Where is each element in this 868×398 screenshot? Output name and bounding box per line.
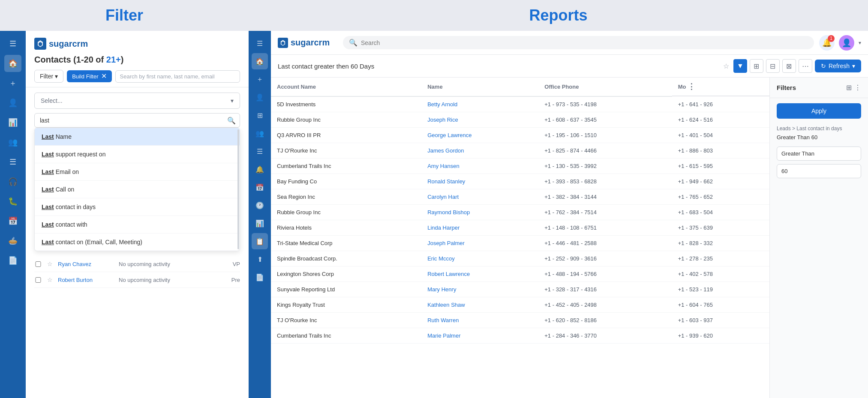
- contact-name-0[interactable]: Ryan Chavez: [58, 261, 114, 267]
- cell-account-11: Lexington Shores Corp: [271, 266, 421, 282]
- cell-name-12[interactable]: Mary Henry: [421, 282, 538, 297]
- field-search-input[interactable]: [34, 113, 240, 128]
- dropdown-item-1[interactable]: Last support request on: [35, 146, 240, 163]
- filter-dropdown-btn[interactable]: Filter ▾: [34, 70, 63, 83]
- dropdown-item-3[interactable]: Last Call on: [35, 181, 240, 198]
- cell-name-10[interactable]: Eric Mccoy: [421, 251, 538, 266]
- right-search-bar[interactable]: 🔍: [343, 36, 814, 49]
- contact-star-0[interactable]: ☆: [47, 260, 53, 267]
- build-filter-close-icon[interactable]: ✕: [101, 73, 107, 80]
- contacts-search-input[interactable]: Search by first name, last name, email: [115, 70, 240, 83]
- cell-account-7: Rubble Group Inc: [271, 205, 421, 220]
- cell-phone-13: +1 - 452 - 405 - 2498: [538, 297, 672, 313]
- right-nav-contacts-icon[interactable]: 👥: [252, 125, 268, 141]
- cell-name-13[interactable]: Kathleen Shaw: [421, 297, 538, 313]
- cell-phone-1: +1 - 608 - 637 - 3545: [538, 112, 672, 128]
- cell-name-7[interactable]: Raymond Bishop: [421, 205, 538, 220]
- apply-button[interactable]: Apply: [777, 103, 861, 119]
- search-icon: 🔍: [227, 117, 236, 125]
- right-nav-chart-icon[interactable]: 📊: [252, 215, 268, 231]
- cell-name-8[interactable]: Linda Harper: [421, 220, 538, 236]
- sidebar-menu-icon[interactable]: ☰: [4, 35, 21, 52]
- user-avatar-button[interactable]: 👤: [839, 35, 854, 51]
- left-content: sugarcrm Contacts (1-20 of 21+) Filter ▾…: [26, 31, 249, 398]
- column-more-btn[interactable]: ⋮: [688, 82, 695, 91]
- cell-name-0[interactable]: Betty Arnold: [421, 96, 538, 112]
- cell-name-5[interactable]: Ronald Stanley: [421, 174, 538, 189]
- sidebar-contacts-icon[interactable]: 👥: [4, 134, 21, 151]
- notification-button[interactable]: 🔔 1: [819, 35, 835, 51]
- right-nav-plus-icon[interactable]: ＋: [252, 71, 268, 87]
- table-row: TJ O'Rourke Inc Ruth Warren +1 - 620 - 8…: [271, 313, 769, 328]
- cell-name-4[interactable]: Amy Hansen: [421, 159, 538, 174]
- sidebar-filter-icon[interactable]: ☰: [4, 153, 21, 171]
- right-nav-calendar-icon[interactable]: 📅: [252, 179, 268, 195]
- dropdown-item-0[interactable]: Last Name: [35, 128, 240, 146]
- right-nav-filter-icon[interactable]: ☰: [252, 143, 268, 159]
- user-chevron-icon[interactable]: ▾: [859, 40, 861, 46]
- right-nav-clock-icon[interactable]: 🕐: [252, 197, 268, 213]
- contact-checkbox-1[interactable]: [34, 277, 42, 283]
- table-row: 5D Investments Betty Arnold +1 - 973 - 5…: [271, 96, 769, 112]
- cell-phone-14: +1 - 620 - 852 - 8186: [538, 313, 672, 328]
- contact-name-1[interactable]: Robert Burton: [58, 277, 114, 283]
- sidebar-plus-icon[interactable]: ＋: [4, 75, 21, 92]
- table-row: Lexington Shores Corp Robert Lawrence +1…: [271, 266, 769, 282]
- right-nav-clipboard-icon[interactable]: 📄: [252, 269, 268, 285]
- cell-account-13: Kings Royalty Trust: [271, 297, 421, 313]
- right-search-input[interactable]: [361, 39, 808, 46]
- cell-name-3[interactable]: James Gordon: [421, 143, 538, 159]
- cell-name-14[interactable]: Ruth Warren: [421, 313, 538, 328]
- sidebar-bug-icon[interactable]: 🐛: [4, 193, 21, 210]
- sidebar-calendar-icon[interactable]: 📅: [4, 212, 21, 230]
- cell-name-11[interactable]: Robert Lawrence: [421, 266, 538, 282]
- sidebar-chart-icon[interactable]: 📊: [4, 114, 21, 131]
- cell-name-9[interactable]: Joseph Palmer: [421, 236, 538, 251]
- right-nav-dashboard-icon[interactable]: ⊞: [252, 107, 268, 123]
- table-row: Bay Funding Co Ronald Stanley +1 - 393 -…: [271, 174, 769, 189]
- refresh-button[interactable]: ↻ Refresh ▾: [815, 60, 861, 72]
- sidebar-doc-icon[interactable]: 📄: [4, 252, 21, 269]
- right-topbar: sugarcrm 🔍 🔔 1 👤 ▾: [271, 31, 868, 55]
- column-view-btn[interactable]: ⊟: [766, 59, 780, 73]
- contact-checkbox-0[interactable]: [34, 261, 42, 267]
- filters-expand-icon[interactable]: ⊞: [846, 84, 852, 92]
- right-nav-person-icon[interactable]: 👤: [252, 89, 268, 105]
- cell-name-15[interactable]: Marie Palmer: [421, 328, 538, 344]
- sidebar-person-icon[interactable]: 👤: [4, 94, 21, 111]
- field-select-dropdown[interactable]: Select... ▾: [34, 93, 240, 109]
- build-filter-badge[interactable]: Build Filter ✕: [67, 70, 111, 82]
- filter-toggle-btn[interactable]: ▼: [733, 59, 747, 73]
- filter-operator-select[interactable]: Greater Than Less Than Equal To Not Equa…: [777, 147, 861, 161]
- expand-btn[interactable]: ⊠: [782, 59, 796, 73]
- more-options-btn[interactable]: ⋯: [799, 59, 812, 73]
- report-favorite-icon[interactable]: ☆: [723, 62, 729, 70]
- sidebar-pie-icon[interactable]: 🥧: [4, 232, 21, 249]
- right-nav-upload-icon[interactable]: ⬆: [252, 251, 268, 267]
- contact-row-1: ☆ Robert Burton No upcoming activity Pre: [34, 272, 240, 288]
- cell-mo-4: +1 - 615 - 595: [672, 159, 769, 174]
- search-icon: 🔍: [349, 39, 357, 47]
- contact-star-1[interactable]: ☆: [47, 276, 53, 283]
- cell-name-1[interactable]: Joseph Rice: [421, 112, 538, 128]
- dropdown-item-4[interactable]: Last contact in days: [35, 198, 240, 216]
- cell-account-5: Bay Funding Co: [271, 174, 421, 189]
- right-nav-home-icon[interactable]: 🏠: [252, 53, 268, 69]
- sidebar-headset-icon[interactable]: 🎧: [4, 173, 21, 190]
- right-nav-alert-icon[interactable]: 🔔: [252, 161, 268, 177]
- grid-view-btn[interactable]: ⊞: [750, 59, 763, 73]
- dropdown-item-6[interactable]: Last contact on (Email, Call, Meeting): [35, 233, 240, 251]
- contacts-count-link[interactable]: 21+: [106, 55, 121, 64]
- right-nav-doc-icon[interactable]: 📋: [252, 233, 268, 249]
- dropdown-item-2[interactable]: Last Email on: [35, 163, 240, 181]
- table-row: Kings Royalty Trust Kathleen Shaw +1 - 4…: [271, 297, 769, 313]
- filter-value-input[interactable]: [777, 164, 861, 178]
- right-nav-menu-icon[interactable]: ☰: [252, 35, 268, 51]
- cell-name-2[interactable]: George Lawrence: [421, 128, 538, 143]
- table-row: Cumberland Trails Inc Amy Hansen +1 - 13…: [271, 159, 769, 174]
- cell-account-1: Rubble Group Inc: [271, 112, 421, 128]
- filters-more-icon[interactable]: ⋮: [854, 84, 861, 92]
- dropdown-item-5[interactable]: Last contact with: [35, 216, 240, 233]
- cell-name-6[interactable]: Carolyn Hart: [421, 189, 538, 205]
- sidebar-home-icon[interactable]: 🏠: [4, 55, 21, 72]
